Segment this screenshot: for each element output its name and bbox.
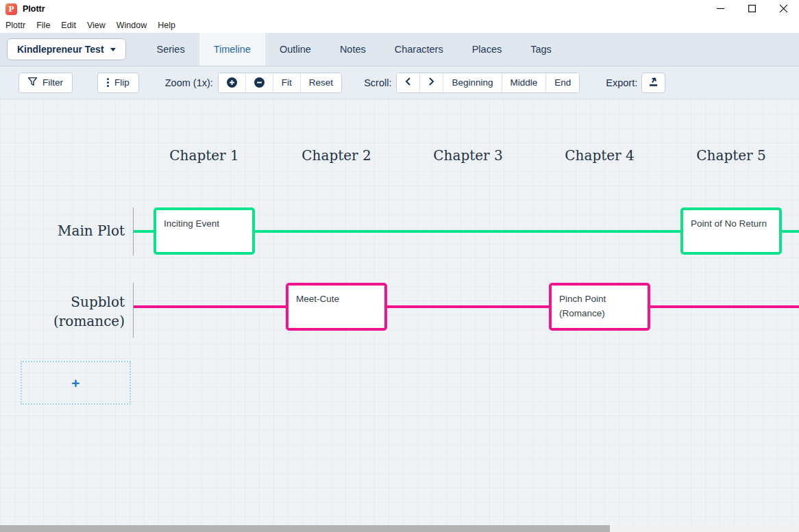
- menu-window[interactable]: Window: [111, 21, 152, 30]
- add-plotline-button[interactable]: +: [21, 361, 131, 405]
- menu-file[interactable]: File: [31, 21, 56, 30]
- close-icon: [780, 3, 787, 15]
- zoom-out-button[interactable]: [246, 73, 273, 92]
- flip-dots-icon: [107, 78, 109, 87]
- chapter-header-2[interactable]: Chapter 2: [268, 147, 405, 164]
- scroll-label: Scroll:: [364, 77, 391, 88]
- title-bar: P Plottr: [0, 0, 799, 18]
- chapter-header-1[interactable]: Chapter 1: [136, 147, 273, 164]
- horizontal-scrollbar[interactable]: [0, 525, 799, 532]
- export-icon: [648, 77, 659, 88]
- maximize-button[interactable]: [736, 0, 767, 18]
- menu-help[interactable]: Help: [152, 21, 181, 30]
- close-button[interactable]: [767, 0, 799, 18]
- window-title: Plottr: [23, 4, 45, 14]
- scroll-left-button[interactable]: [397, 73, 420, 92]
- tab-bar: Kindlepreneur Test Series Timeline Outli…: [0, 33, 799, 66]
- menu-bar: Plottr File Edit View Window Help: [0, 18, 799, 33]
- zoom-reset-button[interactable]: Reset: [301, 73, 341, 92]
- menu-view[interactable]: View: [82, 21, 111, 30]
- scene-card-point-of-no-return[interactable]: Point of No Return: [680, 207, 782, 255]
- chevron-right-icon: [428, 77, 434, 88]
- tab-notes[interactable]: Notes: [325, 33, 380, 66]
- minimize-icon: [717, 3, 724, 15]
- chapter-header-4[interactable]: Chapter 4: [531, 147, 668, 164]
- subplot-romance-line: [134, 305, 799, 308]
- scroll-end-button[interactable]: End: [546, 73, 579, 92]
- zoom-out-icon: [254, 77, 265, 88]
- scroll-middle-button[interactable]: Middle: [502, 73, 547, 92]
- tab-outline[interactable]: Outline: [265, 33, 325, 66]
- project-selector-button[interactable]: Kindlepreneur Test: [7, 38, 126, 60]
- menu-plottr[interactable]: Plottr: [5, 21, 31, 30]
- zoom-in-icon: [227, 77, 237, 88]
- timeline-toolbar: Filter Flip Zoom (1x): Fit Reset Scroll:…: [0, 66, 799, 99]
- timeline-canvas: Chapter 1 Chapter 2 Chapter 3 Chapter 4 …: [0, 99, 799, 525]
- scene-card-inciting-event[interactable]: Inciting Event: [153, 207, 255, 255]
- project-name: Kindlepreneur Test: [17, 44, 104, 55]
- export-label: Export:: [606, 77, 637, 88]
- zoom-in-button[interactable]: [219, 73, 246, 92]
- row-divider: [133, 283, 134, 338]
- row-divider: [133, 207, 134, 255]
- scroll-right-button[interactable]: [420, 73, 443, 92]
- plus-icon: +: [71, 376, 79, 390]
- zoom-label: Zoom (1x):: [165, 77, 213, 88]
- maximize-icon: [748, 3, 756, 15]
- menu-edit[interactable]: Edit: [56, 21, 82, 30]
- chapter-header-5[interactable]: Chapter 5: [663, 147, 799, 164]
- tab-characters[interactable]: Characters: [380, 33, 458, 66]
- scroll-button-group: Beginning Middle End: [396, 73, 580, 93]
- app-icon: P: [5, 3, 17, 15]
- export-button[interactable]: [641, 73, 665, 93]
- zoom-button-group: Fit Reset: [218, 73, 342, 93]
- tab-timeline[interactable]: Timeline: [199, 33, 265, 66]
- chevron-down-icon: [110, 48, 116, 51]
- scene-card-pinch-point-romance[interactable]: Pinch Point (Romance): [549, 283, 650, 331]
- minimize-button[interactable]: [704, 0, 736, 18]
- chapter-header-3[interactable]: Chapter 3: [400, 147, 537, 164]
- tab-places[interactable]: Places: [458, 33, 517, 66]
- scroll-beginning-button[interactable]: Beginning: [443, 73, 502, 92]
- chevron-left-icon: [405, 77, 411, 88]
- plotline-label-main-plot[interactable]: Main Plot: [27, 221, 125, 240]
- scrollbar-thumb[interactable]: [0, 525, 610, 532]
- plotline-label-subplot-romance[interactable]: Supblot (romance): [14, 292, 125, 331]
- filter-button[interactable]: Filter: [19, 73, 73, 93]
- tab-series[interactable]: Series: [143, 33, 199, 66]
- tab-tags[interactable]: Tags: [516, 33, 566, 66]
- zoom-fit-button[interactable]: Fit: [273, 73, 301, 92]
- flip-button[interactable]: Flip: [97, 73, 139, 93]
- filter-icon: [28, 77, 37, 88]
- scene-card-meet-cute[interactable]: Meet-Cute: [286, 283, 387, 331]
